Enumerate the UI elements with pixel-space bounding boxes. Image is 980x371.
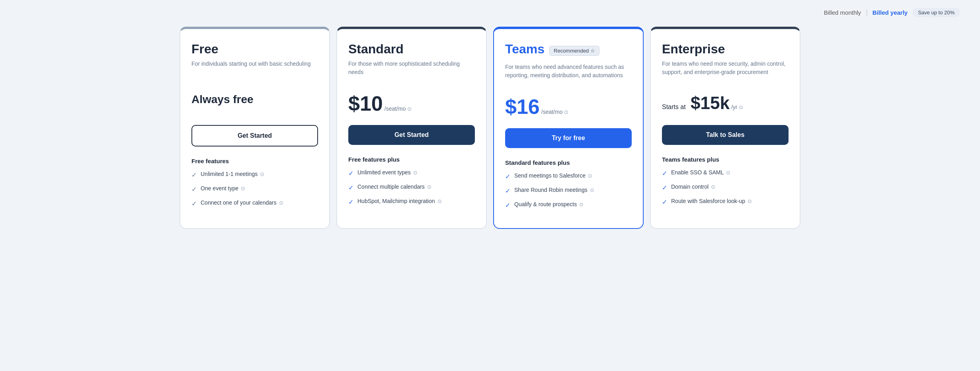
plan-standard-features-header: Free features plus bbox=[348, 156, 475, 163]
check-icon: ✓ bbox=[505, 173, 510, 180]
feature-label: Qualify & route prospects bbox=[514, 201, 577, 207]
feature-label: HubSpot, Mailchimp integration bbox=[357, 198, 435, 204]
plan-enterprise-cta[interactable]: Talk to Sales bbox=[662, 125, 789, 145]
feature-item: ✓ Share Round Robin meetings ⊙ bbox=[505, 187, 632, 195]
feature-item: ✓ Qualify & route prospects ⊙ bbox=[505, 201, 632, 209]
plan-teams-cta[interactable]: Try for free bbox=[505, 128, 632, 148]
plan-teams-features-header: Standard features plus bbox=[505, 159, 632, 166]
check-icon: ✓ bbox=[348, 170, 353, 177]
plan-enterprise-price-amount: $15k bbox=[691, 93, 730, 113]
feature-label: One event type bbox=[201, 185, 238, 191]
info-icon[interactable]: ⊙ bbox=[427, 184, 431, 190]
recommended-label: Recommended bbox=[554, 48, 589, 54]
check-icon: ✓ bbox=[191, 200, 197, 207]
feature-label: Connect multiple calendars bbox=[357, 184, 425, 190]
recommended-badge: Recommended ☆ bbox=[549, 46, 599, 56]
info-icon[interactable]: ⊙ bbox=[579, 201, 584, 207]
info-icon[interactable]: ⊙ bbox=[260, 171, 264, 177]
feature-text: Unlimited 1-1 meetings ⊙ bbox=[201, 171, 264, 177]
plan-enterprise: Enterprise For teams who need more secur… bbox=[650, 27, 800, 229]
info-icon[interactable]: ⊙ bbox=[726, 170, 730, 176]
feature-text: Connect multiple calendars ⊙ bbox=[357, 184, 431, 190]
billing-yearly[interactable]: Billed yearly bbox=[873, 9, 908, 16]
plan-standard-price-amount: $10 bbox=[348, 93, 383, 114]
info-icon[interactable]: ⊙ bbox=[564, 109, 568, 115]
info-icon[interactable]: ⊙ bbox=[437, 198, 442, 204]
billing-monthly[interactable]: Billed monthly bbox=[824, 9, 861, 16]
plan-free-features-header: Free features bbox=[191, 158, 318, 164]
feature-item: ✓ HubSpot, Mailchimp integration ⊙ bbox=[348, 198, 475, 206]
feature-text: HubSpot, Mailchimp integration ⊙ bbox=[357, 198, 442, 204]
plan-enterprise-price-starts: Starts at bbox=[662, 103, 686, 111]
feature-text: Share Round Robin meetings ⊙ bbox=[514, 187, 594, 193]
feature-label: Unlimited event types bbox=[357, 169, 411, 176]
feature-item: ✓ Unlimited 1-1 meetings ⊙ bbox=[191, 171, 318, 179]
plan-free-price-label: Always free bbox=[191, 93, 254, 106]
feature-text: Send meetings to Salesforce ⊙ bbox=[514, 172, 592, 179]
plan-free-cta[interactable]: Get Started bbox=[191, 125, 318, 146]
billing-toggle: Billed monthly | Billed yearly Save up t… bbox=[12, 8, 968, 17]
feature-text: Unlimited event types ⊙ bbox=[357, 169, 418, 176]
feature-text: Connect one of your calendars ⊙ bbox=[201, 199, 283, 206]
plan-teams-price: $16 /seat/mo ⊙ bbox=[505, 96, 632, 119]
feature-text: Enable SSO & SAML ⊙ bbox=[671, 169, 730, 176]
feature-text: Qualify & route prospects ⊙ bbox=[514, 201, 584, 207]
feature-label: Share Round Robin meetings bbox=[514, 187, 588, 193]
feature-label: Domain control bbox=[671, 184, 709, 190]
plan-teams: Teams Recommended ☆ For teams who need a… bbox=[493, 27, 644, 229]
check-icon: ✓ bbox=[505, 187, 510, 195]
plan-standard: Standard For those with more sophisticat… bbox=[336, 27, 487, 229]
feature-text: Domain control ⊙ bbox=[671, 184, 715, 190]
plan-standard-description: For those with more sophisticated schedu… bbox=[348, 60, 475, 84]
feature-text: Route with Salesforce look-up ⊙ bbox=[671, 198, 752, 204]
feature-label: Enable SSO & SAML bbox=[671, 169, 724, 176]
check-icon: ✓ bbox=[348, 184, 353, 191]
check-icon: ✓ bbox=[348, 198, 353, 206]
feature-item: ✓ Route with Salesforce look-up ⊙ bbox=[662, 198, 789, 206]
feature-item: ✓ Unlimited event types ⊙ bbox=[348, 169, 475, 177]
plan-teams-description: For teams who need advanced features suc… bbox=[505, 63, 632, 87]
feature-label: Connect one of your calendars bbox=[201, 199, 277, 206]
plan-free-price: Always free bbox=[191, 93, 318, 115]
plan-teams-name: Teams bbox=[505, 42, 545, 57]
plan-teams-price-unit: /seat/mo bbox=[541, 109, 563, 115]
info-icon[interactable]: ⊙ bbox=[748, 198, 752, 204]
plan-teams-price-amount: $16 bbox=[505, 96, 540, 117]
plan-standard-cta[interactable]: Get Started bbox=[348, 125, 475, 145]
info-icon[interactable]: ⊙ bbox=[407, 106, 412, 112]
plan-standard-price-unit: /seat/mo bbox=[385, 105, 406, 112]
check-icon: ✓ bbox=[662, 170, 667, 177]
check-icon: ✓ bbox=[191, 171, 197, 179]
info-icon[interactable]: ⊙ bbox=[279, 200, 283, 206]
plan-standard-price: $10 /seat/mo ⊙ bbox=[348, 93, 475, 115]
plan-free: Free For individuals starting out with b… bbox=[180, 27, 330, 229]
feature-item: ✓ Connect one of your calendars ⊙ bbox=[191, 199, 318, 207]
star-icon: ☆ bbox=[590, 48, 595, 54]
feature-label: Send meetings to Salesforce bbox=[514, 172, 586, 179]
feature-item: ✓ Enable SSO & SAML ⊙ bbox=[662, 169, 789, 177]
plan-enterprise-features-header: Teams features plus bbox=[662, 156, 789, 163]
feature-item: ✓ One event type ⊙ bbox=[191, 185, 318, 193]
plans-container: Free For individuals starting out with b… bbox=[180, 27, 800, 229]
feature-label: Unlimited 1-1 meetings bbox=[201, 171, 258, 177]
plan-free-name: Free bbox=[191, 42, 318, 57]
info-icon[interactable]: ⊙ bbox=[413, 170, 418, 176]
info-icon[interactable]: ⊙ bbox=[588, 173, 592, 179]
check-icon: ✓ bbox=[662, 198, 667, 206]
plan-enterprise-name: Enterprise bbox=[662, 42, 789, 57]
plan-enterprise-price: Starts at $15k /yr ⊙ bbox=[662, 93, 789, 115]
feature-item: ✓ Send meetings to Salesforce ⊙ bbox=[505, 172, 632, 180]
info-icon[interactable]: ⊙ bbox=[711, 184, 715, 190]
feature-label: Route with Salesforce look-up bbox=[671, 198, 745, 204]
feature-item: ✓ Connect multiple calendars ⊙ bbox=[348, 184, 475, 191]
billing-divider: | bbox=[866, 8, 868, 17]
info-icon[interactable]: ⊙ bbox=[739, 104, 743, 110]
plan-teams-name-row: Teams Recommended ☆ bbox=[505, 42, 632, 60]
save-badge: Save up to 20% bbox=[912, 8, 960, 17]
check-icon: ✓ bbox=[505, 201, 510, 209]
info-icon[interactable]: ⊙ bbox=[590, 187, 594, 193]
feature-item: ✓ Domain control ⊙ bbox=[662, 184, 789, 191]
plan-standard-name: Standard bbox=[348, 42, 475, 57]
plan-enterprise-description: For teams who need more security, admin … bbox=[662, 60, 789, 84]
info-icon[interactable]: ⊙ bbox=[241, 186, 245, 191]
